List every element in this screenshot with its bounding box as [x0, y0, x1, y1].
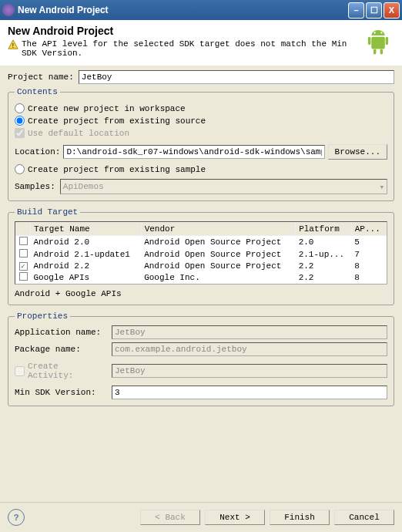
min-sdk-label: Min SDK Version: [15, 388, 107, 397]
maximize-button[interactable]: ☐ [366, 2, 382, 19]
warning-icon: ! [8, 39, 18, 50]
package-name-label: Package name: [15, 345, 107, 354]
build-target-group: Build Target Target Name Vendor Platform… [8, 207, 394, 305]
create-existing-label: Create project from existing source [28, 116, 206, 126]
svg-rect-4 [386, 37, 389, 45]
project-name-input[interactable] [79, 70, 394, 84]
col-api[interactable]: AP... [351, 223, 386, 236]
contents-legend: Contents [15, 87, 60, 96]
table-row[interactable]: Android 2.1-update1Android Open Source P… [16, 248, 387, 261]
create-activity-checkbox [15, 366, 25, 376]
back-button[interactable]: < Back [140, 510, 200, 525]
target-table: Target Name Vendor Platform AP... Androi… [15, 222, 387, 284]
contents-group: Contents Create new project in workspace… [8, 87, 394, 201]
target-checkbox[interactable]: ✓ [19, 262, 28, 271]
target-checkbox[interactable] [19, 249, 28, 258]
svg-text:!: ! [11, 42, 15, 50]
use-default-label: Use default location [28, 129, 129, 138]
properties-legend: Properties [15, 311, 70, 321]
create-sample-label: Create project from existing sample [28, 165, 206, 174]
table-row[interactable]: ✓Android 2.2Android Open Source Project2… [16, 261, 387, 271]
location-label: Location: [15, 147, 60, 157]
finish-button[interactable]: Finish [270, 510, 330, 525]
col-platform[interactable]: Platform [296, 223, 352, 236]
help-button[interactable]: ? [8, 509, 25, 526]
min-sdk-input[interactable] [112, 386, 387, 399]
minimize-button[interactable]: – [348, 2, 364, 19]
create-sample-radio[interactable] [15, 164, 25, 174]
chevron-down-icon: ▾ [379, 182, 384, 192]
title-bar: New Android Project – ☐ X [0, 0, 402, 20]
project-name-label: Project name: [8, 72, 74, 82]
svg-rect-5 [374, 49, 377, 55]
dialog-header: New Android Project ! The API level for … [0, 20, 402, 66]
package-name-input [112, 342, 387, 356]
svg-point-8 [380, 32, 382, 33]
col-target-name[interactable]: Target Name [31, 223, 142, 236]
create-activity-label: Create Activity: [28, 362, 107, 380]
svg-rect-3 [368, 37, 371, 45]
samples-label: Samples: [15, 182, 55, 191]
app-name-input [112, 325, 387, 339]
build-target-legend: Build Target [15, 207, 80, 217]
table-row[interactable]: Android 2.0Android Open Source Project2.… [16, 236, 387, 249]
samples-select: ApiDemos▾ [60, 179, 387, 194]
target-note: Android + Google APIs [15, 289, 387, 298]
properties-group: Properties Application name: Package nam… [8, 311, 394, 406]
browse-button[interactable]: Browse... [328, 144, 387, 160]
target-checkbox[interactable] [19, 237, 28, 245]
warning-text: The API level for the selected SDK targe… [22, 39, 357, 58]
window-title: New Android Project [18, 5, 347, 15]
page-title: New Android Project [8, 25, 357, 37]
svg-rect-6 [380, 49, 384, 55]
button-bar: ? < Back Next > Finish Cancel [0, 502, 402, 532]
app-icon [2, 4, 15, 16]
create-existing-radio[interactable] [15, 116, 25, 126]
next-button[interactable]: Next > [205, 510, 265, 525]
activity-input [112, 364, 387, 378]
android-icon [362, 25, 394, 57]
use-default-checkbox [15, 128, 25, 138]
svg-rect-2 [371, 37, 385, 49]
target-checkbox[interactable] [19, 272, 28, 281]
create-new-label: Create new project in workspace [28, 104, 186, 113]
col-vendor[interactable]: Vendor [141, 223, 296, 236]
table-row[interactable]: Google APIsGoogle Inc.2.28 [16, 271, 387, 284]
svg-point-7 [374, 32, 375, 33]
app-name-label: Application name: [15, 328, 107, 337]
close-button[interactable]: X [384, 2, 400, 19]
create-new-radio[interactable] [15, 103, 25, 113]
location-input[interactable] [63, 145, 324, 159]
cancel-button[interactable]: Cancel [334, 510, 394, 525]
